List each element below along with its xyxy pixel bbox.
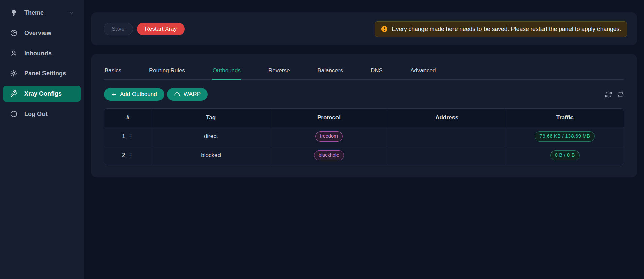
row-menu-icon[interactable]: ⋮ — [128, 153, 134, 158]
tab-advanced[interactable]: Advanced — [410, 63, 437, 79]
sidebar-item-label: Panel Settings — [24, 70, 66, 77]
warning-alert-text: Every change made here needs to be saved… — [392, 26, 621, 33]
sidebar-item-label: Xray Configs — [24, 90, 62, 97]
sidebar-item-panel-settings[interactable]: Panel Settings — [3, 65, 81, 82]
sidebar-item-label: Inbounds — [24, 50, 52, 57]
sidebar: Theme Overview Inbounds Panel Settings X… — [0, 0, 84, 279]
column-header-traffic: Traffic — [506, 108, 624, 127]
row-index: 2 — [122, 152, 125, 159]
gear-icon — [10, 70, 18, 77]
table-row: 1 ⋮ direct freedom 78.66 KB / 138.69 MB — [104, 127, 624, 146]
warning-icon — [381, 25, 388, 33]
row-address — [388, 127, 506, 146]
tab-basics[interactable]: Basics — [104, 63, 122, 79]
user-icon — [10, 50, 18, 57]
dashboard-icon — [10, 29, 18, 37]
tab-reverse[interactable]: Reverse — [268, 63, 290, 79]
sidebar-item-xray-configs[interactable]: Xray Configs — [3, 86, 81, 102]
sidebar-item-log-out[interactable]: Log Out — [3, 106, 81, 122]
table-header-row: # Tag Protocol Address Traffic — [104, 108, 624, 127]
column-header-protocol: Protocol — [270, 108, 388, 127]
logout-icon — [10, 110, 18, 118]
plus-icon — [111, 92, 117, 97]
traffic-badge: 78.66 KB / 138.69 MB — [535, 131, 595, 142]
outbounds-actions: Add Outbound WARP — [104, 88, 624, 101]
column-header-address: Address — [388, 108, 506, 127]
tab-balancers[interactable]: Balancers — [317, 63, 344, 79]
tab-dns[interactable]: DNS — [370, 63, 383, 79]
row-tag: blocked — [152, 146, 270, 165]
toolbar: Save Restart Xray Every change made here… — [91, 12, 637, 45]
protocol-badge: blackhole — [314, 150, 344, 160]
protocol-badge: freedom — [315, 131, 343, 142]
restart-xray-button[interactable]: Restart Xray — [137, 23, 185, 35]
row-menu-icon[interactable]: ⋮ — [128, 134, 134, 140]
xray-config-card: Basics Routing Rules Outbounds Reverse B… — [91, 54, 637, 177]
traffic-badge: 0 B / 0 B — [550, 150, 580, 160]
sidebar-theme-selector[interactable]: Theme — [3, 5, 81, 21]
column-header-index: # — [104, 108, 152, 127]
lightbulb-icon — [10, 9, 18, 17]
sidebar-item-label: Log Out — [24, 111, 48, 118]
save-button[interactable]: Save — [104, 23, 133, 35]
refresh-icon[interactable] — [605, 91, 612, 98]
row-tag: direct — [152, 127, 270, 146]
outbounds-table: # Tag Protocol Address Traffic 1 ⋮ — [104, 108, 624, 165]
sidebar-item-inbounds[interactable]: Inbounds — [3, 45, 81, 61]
warp-button[interactable]: WARP — [167, 88, 208, 101]
column-header-tag: Tag — [152, 108, 270, 127]
sidebar-item-label: Overview — [24, 30, 51, 37]
sidebar-theme-label: Theme — [24, 9, 44, 17]
sidebar-item-overview[interactable]: Overview — [3, 25, 81, 41]
add-outbound-button[interactable]: Add Outbound — [104, 88, 164, 101]
table-tools — [605, 91, 624, 98]
tab-routing-rules[interactable]: Routing Rules — [148, 63, 186, 79]
row-address — [388, 146, 506, 165]
warning-alert: Every change made here needs to be saved… — [375, 21, 627, 37]
wrench-icon — [10, 90, 18, 97]
config-tabs: Basics Routing Rules Outbounds Reverse B… — [104, 54, 624, 80]
table-row: 2 ⋮ blocked blackhole 0 B / 0 B — [104, 146, 624, 165]
tab-outbounds[interactable]: Outbounds — [212, 63, 241, 79]
repeat-icon[interactable] — [617, 91, 624, 98]
add-outbound-label: Add Outbound — [120, 91, 157, 98]
row-index: 1 — [122, 133, 125, 140]
main-content: Save Restart Xray Every change made here… — [84, 0, 644, 279]
warp-label: WARP — [184, 91, 201, 98]
cloud-icon — [174, 91, 180, 98]
chevron-down-icon — [69, 10, 74, 16]
